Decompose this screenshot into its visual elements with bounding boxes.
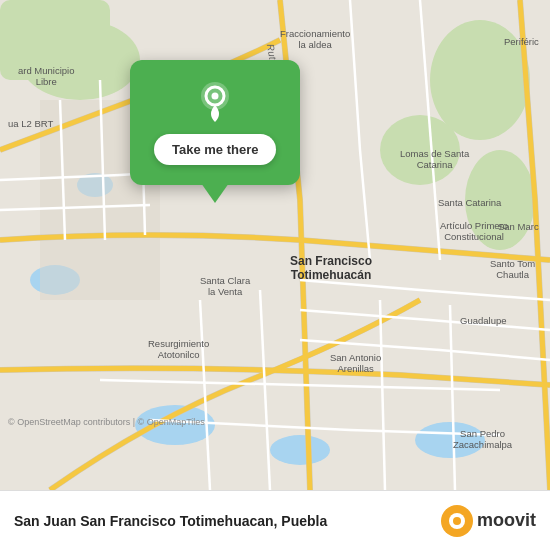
svg-point-14 (212, 93, 219, 100)
svg-point-9 (270, 435, 330, 465)
moovit-logo: moovit (441, 505, 536, 537)
svg-rect-5 (0, 0, 110, 80)
svg-point-17 (453, 517, 461, 525)
moovit-icon (441, 505, 473, 537)
place-name: San Juan San Francisco Totimehuacan, Pue… (14, 513, 429, 529)
map-attribution: © OpenStreetMap contributors | © OpenMap… (8, 417, 205, 427)
svg-point-2 (430, 20, 530, 140)
bottom-bar: San Juan San Francisco Totimehuacan, Pue… (0, 490, 550, 550)
location-pin-icon (193, 80, 237, 124)
popup-card: Take me there (130, 60, 300, 185)
svg-point-3 (465, 150, 535, 250)
svg-point-4 (380, 115, 460, 185)
map-container: Fraccionamientola aldea Lomas de SantaCa… (0, 0, 550, 490)
moovit-text: moovit (477, 510, 536, 531)
take-me-there-button[interactable]: Take me there (154, 134, 276, 165)
svg-point-10 (415, 422, 485, 458)
